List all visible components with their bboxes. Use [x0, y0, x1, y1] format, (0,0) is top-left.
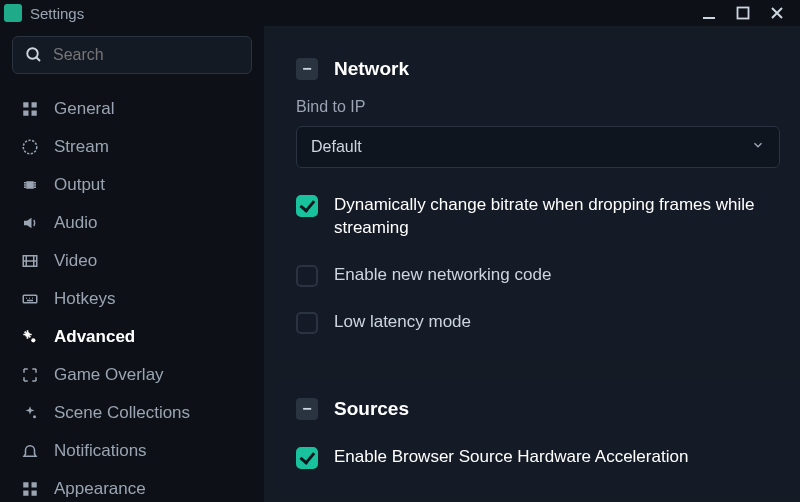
chevron-down-icon [751, 138, 765, 156]
collapse-toggle[interactable]: − [296, 58, 318, 80]
chip-icon [20, 175, 40, 195]
sidebar-item-label: Hotkeys [54, 289, 115, 309]
sidebar-item-label: Game Overlay [54, 365, 164, 385]
svg-point-14 [33, 415, 36, 418]
sidebar-item-general[interactable]: General [12, 90, 252, 128]
film-icon [20, 251, 40, 271]
sidebar-item-label: General [54, 99, 114, 119]
svg-rect-5 [32, 102, 37, 107]
sidebar-item-output[interactable]: Output [12, 166, 252, 204]
window-title: Settings [30, 5, 702, 22]
sidebar-item-video[interactable]: Video [12, 242, 252, 280]
globe-icon [20, 137, 40, 157]
section-title: Network [334, 58, 409, 80]
checkbox-label: Dynamically change bitrate when dropping… [334, 194, 780, 240]
keyboard-icon [20, 289, 40, 309]
checkbox[interactable] [296, 312, 318, 334]
checkbox[interactable] [296, 195, 318, 217]
close-button[interactable] [770, 6, 784, 20]
sidebar: General Stream Output Audio Video Hotkey… [0, 26, 264, 502]
search-box[interactable] [12, 36, 252, 74]
grid-icon [20, 99, 40, 119]
checkbox[interactable] [296, 447, 318, 469]
app-icon [4, 4, 22, 22]
option-browser-hw-accel[interactable]: Enable Browser Source Hardware Accelerat… [296, 438, 780, 477]
svg-rect-6 [23, 111, 28, 116]
sidebar-item-label: Appearance [54, 479, 146, 499]
nav: General Stream Output Audio Video Hotkey… [12, 90, 252, 502]
grid-icon [20, 479, 40, 499]
speaker-icon [20, 213, 40, 233]
svg-point-8 [23, 140, 37, 154]
checkbox-label: Low latency mode [334, 311, 471, 334]
svg-rect-16 [32, 482, 37, 487]
bind-to-ip-select[interactable]: Default [296, 126, 780, 168]
sidebar-item-advanced[interactable]: Advanced [12, 318, 252, 356]
sidebar-item-label: Audio [54, 213, 97, 233]
sidebar-item-notifications[interactable]: Notifications [12, 432, 252, 470]
expand-icon [20, 365, 40, 385]
svg-rect-17 [23, 491, 28, 496]
bell-icon [20, 441, 40, 461]
sidebar-item-label: Stream [54, 137, 109, 157]
sidebar-item-audio[interactable]: Audio [12, 204, 252, 242]
sidebar-item-appearance[interactable]: Appearance [12, 470, 252, 502]
main-panel: − Network Bind to IP Default Dynamically… [264, 26, 800, 502]
sidebar-item-hotkeys[interactable]: Hotkeys [12, 280, 252, 318]
svg-line-3 [36, 57, 40, 61]
option-low-latency[interactable]: Low latency mode [296, 303, 780, 342]
gears-icon [20, 327, 40, 347]
titlebar: Settings [0, 0, 800, 26]
option-dynamic-bitrate[interactable]: Dynamically change bitrate when dropping… [296, 186, 780, 248]
svg-point-2 [27, 48, 38, 59]
svg-rect-1 [738, 8, 749, 19]
search-icon [25, 46, 43, 64]
sidebar-item-label: Video [54, 251, 97, 271]
svg-rect-9 [26, 181, 34, 189]
svg-rect-18 [32, 491, 37, 496]
sparkle-icon [20, 403, 40, 423]
sidebar-item-game-overlay[interactable]: Game Overlay [12, 356, 252, 394]
select-value: Default [311, 138, 362, 156]
sidebar-item-stream[interactable]: Stream [12, 128, 252, 166]
checkbox-label: Enable new networking code [334, 264, 551, 287]
sidebar-item-label: Notifications [54, 441, 147, 461]
svg-rect-7 [32, 111, 37, 116]
svg-point-13 [31, 338, 35, 342]
checkbox-label: Enable Browser Source Hardware Accelerat… [334, 446, 688, 469]
sidebar-item-scene-collections[interactable]: Scene Collections [12, 394, 252, 432]
svg-rect-15 [23, 482, 28, 487]
section-title: Sources [334, 398, 409, 420]
sidebar-item-label: Output [54, 175, 105, 195]
collapse-toggle[interactable]: − [296, 398, 318, 420]
bind-to-ip-label: Bind to IP [296, 98, 780, 116]
search-input[interactable] [53, 46, 239, 64]
svg-rect-0 [703, 17, 715, 19]
network-section: − Network Bind to IP Default Dynamically… [276, 40, 800, 360]
svg-rect-4 [23, 102, 28, 107]
checkbox[interactable] [296, 265, 318, 287]
option-new-networking[interactable]: Enable new networking code [296, 256, 780, 295]
sidebar-item-label: Scene Collections [54, 403, 190, 423]
maximize-button[interactable] [736, 6, 750, 20]
sidebar-item-label: Advanced [54, 327, 135, 347]
sources-section: − Sources Enable Browser Source Hardware… [276, 380, 800, 495]
minimize-button[interactable] [702, 6, 716, 20]
